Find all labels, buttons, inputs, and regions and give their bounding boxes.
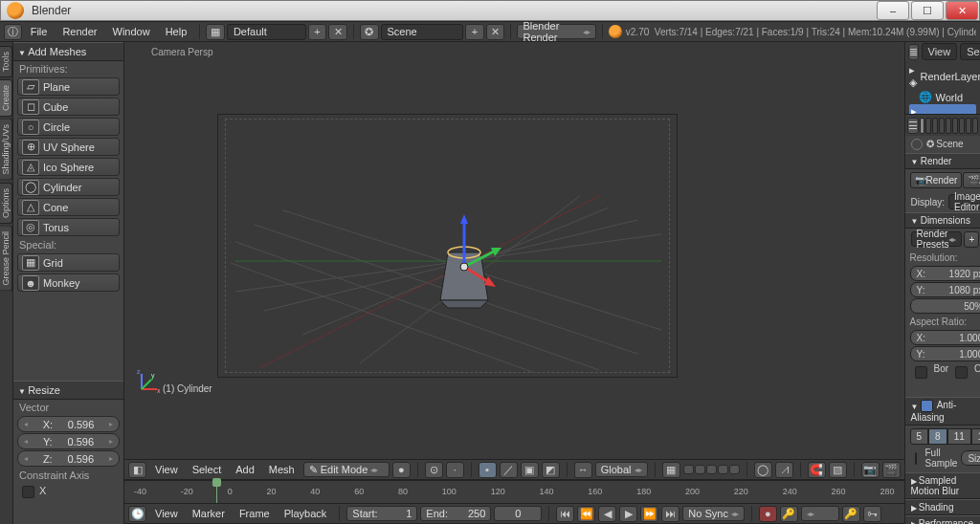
add-layout-button[interactable]: + <box>308 24 327 40</box>
proportional-edit-icon[interactable]: ◯ <box>754 462 772 478</box>
window-maximize-button[interactable]: ☐ <box>911 1 944 20</box>
res-y-field[interactable]: Y:1080 px <box>910 282 980 297</box>
opengl-anim-icon[interactable]: 🎬 <box>882 462 901 478</box>
limit-selection-icon[interactable]: ◩ <box>542 462 560 478</box>
aa-8[interactable]: 8 <box>928 428 947 445</box>
keying-set-icon[interactable]: 🔑 <box>780 506 798 522</box>
add-icosphere-button[interactable]: ◬Ico Sphere <box>17 158 120 176</box>
editor-type-outliner-icon[interactable]: ≣ <box>908 44 919 60</box>
vp-menu-select[interactable]: Select <box>187 462 228 477</box>
shading-header[interactable]: Shading <box>905 499 980 515</box>
play-button[interactable]: ▶ <box>619 506 637 522</box>
end-frame-field[interactable]: End:250 <box>420 506 491 521</box>
insert-keyframe-button[interactable]: 🔑 <box>842 506 860 522</box>
add-uvsphere-button[interactable]: ⊕UV Sphere <box>17 138 120 156</box>
aa-11[interactable]: 11 <box>947 428 971 445</box>
animation-button[interactable]: 🎬 Animation <box>963 172 980 188</box>
orientation-dropdown[interactable]: Global◂▸ <box>595 462 648 477</box>
layers-icon[interactable]: ▦ <box>662 462 680 478</box>
tab-create[interactable]: Create <box>0 79 12 117</box>
keyframe-prev-button[interactable]: ⏪ <box>577 506 595 522</box>
active-object[interactable] <box>421 214 498 310</box>
screen-layout-browse-icon[interactable]: ▦ <box>206 24 225 40</box>
auto-keyframe-button[interactable]: ● <box>759 506 777 522</box>
screen-layout-field[interactable]: Default <box>227 24 306 40</box>
keying-set-dropdown[interactable]: ◂▸ <box>801 506 839 521</box>
context-render-tab[interactable] <box>920 118 925 134</box>
resize-z-field[interactable]: Z:0.596 <box>17 450 120 467</box>
window-close-button[interactable]: ✕ <box>946 1 978 20</box>
editor-type-3dview-icon[interactable]: ◧ <box>128 462 146 478</box>
vertex-select-icon[interactable]: ▪ <box>479 462 497 478</box>
context-material-tab[interactable] <box>972 118 978 134</box>
scene-browse-icon[interactable]: ✪ <box>360 24 379 40</box>
window-minimize-button[interactable]: – <box>877 1 909 20</box>
jump-end-button[interactable]: ⏭ <box>661 506 679 522</box>
vp-menu-view[interactable]: View <box>149 462 184 477</box>
display-dropdown[interactable]: Image Editor◂▸ <box>948 194 980 209</box>
menu-help[interactable]: Help <box>159 24 194 39</box>
tab-shading-uvs[interactable]: Shading/UVs <box>0 119 12 181</box>
start-frame-field[interactable]: Start:1 <box>346 506 417 521</box>
context-scene-tab[interactable] <box>932 118 938 134</box>
tl-menu-marker[interactable]: Marker <box>187 506 231 521</box>
tl-menu-playback[interactable]: Playback <box>278 506 333 521</box>
dimensions-panel-header[interactable]: Dimensions <box>905 212 980 229</box>
outliner-row-world[interactable]: 🌐World <box>909 90 976 104</box>
context-constraints-tab[interactable] <box>952 118 958 134</box>
context-world-tab[interactable] <box>939 118 945 134</box>
editor-type-timeline-icon[interactable]: 🕒 <box>128 506 146 522</box>
outliner-view[interactable]: View <box>922 43 958 60</box>
add-meshes-header[interactable]: Add Meshes <box>13 42 123 61</box>
tl-menu-view[interactable]: View <box>149 506 184 521</box>
face-select-icon[interactable]: ▣ <box>521 462 539 478</box>
menu-window[interactable]: Window <box>106 24 157 39</box>
jump-start-button[interactable]: ⏮ <box>556 506 574 522</box>
remove-layout-button[interactable]: ✕ <box>328 24 347 40</box>
performance-header[interactable]: Performance <box>905 515 980 524</box>
aspect-y-field[interactable]: Y:1.000 <box>910 346 980 361</box>
editor-type-properties-icon[interactable]: ☰ <box>907 118 919 134</box>
edge-select-icon[interactable]: ／ <box>500 462 518 478</box>
tab-options[interactable]: Options <box>0 183 12 224</box>
preset-add-button[interactable]: + <box>964 231 979 248</box>
res-pct-field[interactable]: 50% <box>910 298 980 314</box>
menu-file[interactable]: File <box>24 24 55 39</box>
opengl-render-icon[interactable]: 📷 <box>861 462 880 478</box>
scene-field[interactable]: Scene <box>381 24 464 40</box>
resize-header[interactable]: Resize <box>13 381 123 400</box>
snap-element-icon[interactable]: ▧ <box>829 462 847 478</box>
resize-y-field[interactable]: Y:0.596 <box>17 433 120 449</box>
tab-tools[interactable]: Tools <box>0 46 12 77</box>
snap-icon[interactable]: 🧲 <box>808 462 826 478</box>
add-plane-button[interactable]: ▱Plane <box>17 77 120 96</box>
crop-checkbox[interactable] <box>955 366 968 379</box>
add-cube-button[interactable]: ◻Cube <box>17 98 120 116</box>
add-grid-button[interactable]: ▦Grid <box>17 253 120 272</box>
outliner-row-renderlayers[interactable]: ▸ ◈RenderLayers <box>909 63 976 90</box>
render-presets-dropdown[interactable]: Render Presets◂▸ <box>911 231 963 247</box>
playhead[interactable] <box>216 481 217 503</box>
add-monkey-button[interactable]: ☻Monkey <box>17 273 120 292</box>
border-checkbox[interactable] <box>915 366 927 379</box>
delete-keyframe-button[interactable]: 🗝 <box>863 506 881 522</box>
render-panel-header[interactable]: Render <box>905 153 980 169</box>
timeline-ruler[interactable]: -40 -20 0 20 40 60 80 100 120 140 160 18… <box>124 480 904 503</box>
add-cone-button[interactable]: △Cone <box>17 198 120 216</box>
context-object-tab[interactable] <box>946 118 951 134</box>
tab-grease-pencil[interactable]: Grease Pencil <box>0 226 12 292</box>
pivot-align-icon[interactable]: · <box>446 462 464 478</box>
tl-menu-frame[interactable]: Frame <box>234 506 276 521</box>
pivot-point-icon[interactable]: ⊙ <box>425 462 443 478</box>
current-frame-field[interactable]: 0 <box>494 506 542 521</box>
constraint-x-checkbox[interactable] <box>22 486 34 498</box>
layer-buttons[interactable] <box>683 465 740 474</box>
motion-blur-header[interactable]: Sampled Motion Blur <box>905 472 980 499</box>
keyframe-next-button[interactable]: ⏩ <box>640 506 658 522</box>
add-cylinder-button[interactable]: ◯Cylinder <box>17 178 120 196</box>
render-engine-dropdown[interactable]: Blender Render◂▸ <box>517 24 596 39</box>
context-data-tab[interactable] <box>966 118 971 134</box>
aa-checkbox[interactable] <box>921 400 933 412</box>
aspect-x-field[interactable]: X:1.000 <box>910 330 980 345</box>
editor-type-icon[interactable]: ⓘ <box>4 24 22 40</box>
